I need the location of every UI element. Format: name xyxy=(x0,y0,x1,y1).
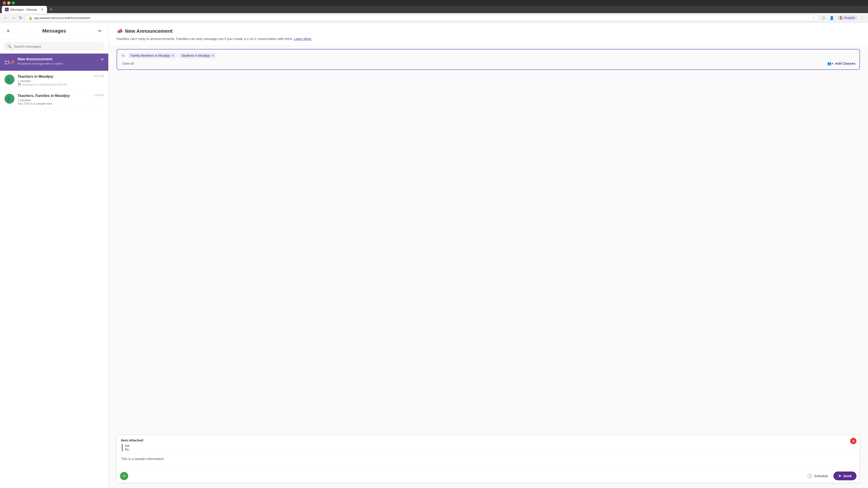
incognito-label: Incognito xyxy=(844,16,855,20)
conversation-info-teachers: Teachers in Moodjoy 1 member ⏰ Scheduled… xyxy=(18,74,92,86)
compose-new-button[interactable]: ✏ xyxy=(97,27,103,35)
teachers-families-avatar: 👥 xyxy=(4,94,14,104)
lock-icon: 🔒 xyxy=(29,16,32,20)
recipient-chip-students: Students in Moodjoy ✕ xyxy=(179,53,217,59)
conversation-members-tf: 1 member xyxy=(18,98,92,102)
compose-toolbar: + 🕐 Schedule ➤ Send xyxy=(117,469,860,483)
search-icon: 🔍 xyxy=(7,44,12,48)
conversation-name: New Announcement xyxy=(18,57,104,61)
search-bar: 🔍 xyxy=(4,42,105,51)
tab-bar: S Messages - Seesaw ✕ + xyxy=(0,6,868,13)
app-container: ✕ Messages ✏ 🔍 📣 xyxy=(0,23,868,488)
send-label: Send xyxy=(843,474,851,478)
window-controls xyxy=(3,1,15,4)
add-classes-button[interactable]: 👥+ Add Classes xyxy=(827,61,855,66)
sidebar-title: Messages xyxy=(42,28,66,34)
reload-button[interactable]: ↻ xyxy=(18,14,23,21)
conversation-schedule: ⏰ Scheduled for 03/05/2024 at 8:00 PM xyxy=(18,83,92,86)
announcement-title-row: 📣 New Announcement xyxy=(117,28,860,34)
conversation-info: New Announcement Broadcast message with … xyxy=(18,57,104,65)
browser-toolbar: ← → ↻ 🔒 ☆ ⬡ 👤 🕵 Incognito ⋮ xyxy=(0,13,868,23)
tab-close-button[interactable]: ✕ xyxy=(40,8,44,11)
new-tab-button[interactable]: + xyxy=(48,6,54,13)
conversation-name-teachers-families: Teachers, Families in Moodjoy xyxy=(18,94,92,98)
sidebar-header: ✕ Messages ✏ xyxy=(0,23,108,39)
clear-all-button[interactable]: Clear all xyxy=(121,61,134,66)
close-sidebar-button[interactable]: ✕ xyxy=(5,27,11,35)
recipient-label-students: Students in Moodjoy xyxy=(182,54,210,57)
conversation-name-teachers: Teachers in Moodjoy xyxy=(18,74,92,78)
learn-more-link[interactable]: Learn More xyxy=(294,37,311,41)
attached-label: Item Attached xyxy=(121,438,856,442)
attached-item: Item Attached Sar No. ✕ xyxy=(117,435,860,454)
compose-box: Item Attached Sar No. ✕ This is a sample… xyxy=(117,435,860,483)
to-actions: Clear all 👥+ Add Classes xyxy=(121,61,855,66)
message-area: Item Attached Sar No. ✕ This is a sample… xyxy=(108,73,868,488)
conversation-item-teachers-moodjoy[interactable]: 👥 Teachers in Moodjoy 1 member ⏰ Schedul… xyxy=(0,71,108,90)
sidebar: ✕ Messages ✏ 🔍 📣 xyxy=(0,23,108,488)
message-input-area: This is a sample information! xyxy=(117,454,860,469)
close-attached-button[interactable]: ✕ xyxy=(850,438,857,444)
conversation-preview-tf: You: This is a sample note. xyxy=(18,102,92,105)
announcement-header: 📣 New Announcement Families can't reply … xyxy=(108,23,868,45)
conversation-time-teachers: 6:21 PM xyxy=(94,74,104,78)
conversation-time-tf: 5:44 PM xyxy=(94,94,104,97)
tab-title: Messages - Seesaw xyxy=(10,8,38,11)
recipient-chip-families: Family Members in Moodjoy ✕ xyxy=(128,53,177,59)
message-text[interactable]: This is a sample information! xyxy=(121,457,856,466)
search-input[interactable] xyxy=(14,44,101,48)
bookmark-icon: ☆ xyxy=(812,16,815,20)
conversation-close-button[interactable]: ✕ xyxy=(100,57,105,61)
compose-actions: 🕐 Schedule ➤ Send xyxy=(804,471,857,480)
clock-icon: ⏰ xyxy=(18,83,21,86)
teachers-avatar: 👥 xyxy=(4,74,14,85)
remove-families-button[interactable]: ✕ xyxy=(172,54,174,57)
browser-titlebar xyxy=(0,0,868,6)
conversation-preview: Broadcast message with no replies xyxy=(18,62,104,65)
send-icon: ➤ xyxy=(838,474,841,478)
attached-content: Sar No. xyxy=(121,444,856,451)
to-field-container: To Family Members in Moodjoy ✕ Students … xyxy=(117,49,860,70)
add-classes-label: Add Classes xyxy=(835,61,855,65)
schedule-clock-icon: 🕐 xyxy=(807,474,812,479)
to-row: To Family Members in Moodjoy ✕ Students … xyxy=(121,53,855,59)
conversation-list: 📣 New Announcement Broadcast message wit… xyxy=(0,54,108,488)
add-content-button[interactable]: + xyxy=(120,472,128,480)
conversation-item-new-announcement[interactable]: 📣 New Announcement Broadcast message wit… xyxy=(0,54,108,71)
to-label: To xyxy=(121,54,125,57)
browser-chrome: S Messages - Seesaw ✕ + ← → ↻ 🔒 ☆ ⬡ 👤 🕵 … xyxy=(0,0,868,23)
schedule-button[interactable]: 🕐 Schedule xyxy=(804,472,831,480)
conversation-info-teachers-families: Teachers, Families in Moodjoy 1 member Y… xyxy=(18,94,92,105)
window-minimize-button[interactable] xyxy=(7,1,10,4)
main-content: 📣 New Announcement Families can't reply … xyxy=(108,23,868,488)
sidebar-header-icons: ✏ xyxy=(97,27,103,35)
schedule-text: Scheduled for 03/05/2024 at 8:00 PM xyxy=(22,83,67,86)
attached-name-1: Sar xyxy=(125,444,856,448)
browser-tab-messages[interactable]: S Messages - Seesaw ✕ xyxy=(2,6,47,13)
add-classes-icon: 👥+ xyxy=(827,61,834,66)
profile-button[interactable]: 👤 xyxy=(828,15,835,21)
tab-favicon: S xyxy=(5,8,8,11)
schedule-label: Schedule xyxy=(814,474,828,478)
window-maximize-button[interactable] xyxy=(12,1,15,4)
extensions-button[interactable]: ⬡ xyxy=(820,15,827,21)
announcement-avatar: 📣 xyxy=(4,57,14,67)
conversation-item-teachers-families[interactable]: 👥 Teachers, Families in Moodjoy 1 member… xyxy=(0,90,108,109)
announcement-title: New Announcement xyxy=(125,28,173,34)
window-close-button[interactable] xyxy=(3,1,6,4)
menu-button[interactable]: ⋮ xyxy=(859,15,865,21)
toolbar-actions: ⬡ 👤 🕵 Incognito ⋮ xyxy=(820,15,865,21)
attached-item-inner: Sar No. xyxy=(122,444,856,451)
back-button[interactable]: ← xyxy=(3,15,8,21)
incognito-icon: 🕵 xyxy=(839,16,843,20)
url-input[interactable] xyxy=(34,16,811,20)
forward-button[interactable]: → xyxy=(10,15,16,21)
attached-name-2: No. xyxy=(125,448,856,451)
send-button[interactable]: ➤ Send xyxy=(833,471,857,480)
incognito-badge: 🕵 Incognito xyxy=(837,15,857,20)
recipient-label-families: Family Members in Moodjoy xyxy=(131,54,170,57)
remove-students-button[interactable]: ✕ xyxy=(212,54,214,57)
conversation-members-teachers: 1 member xyxy=(18,79,92,83)
address-bar[interactable]: 🔒 ☆ xyxy=(25,15,819,21)
megaphone-icon: 📣 xyxy=(117,28,123,34)
